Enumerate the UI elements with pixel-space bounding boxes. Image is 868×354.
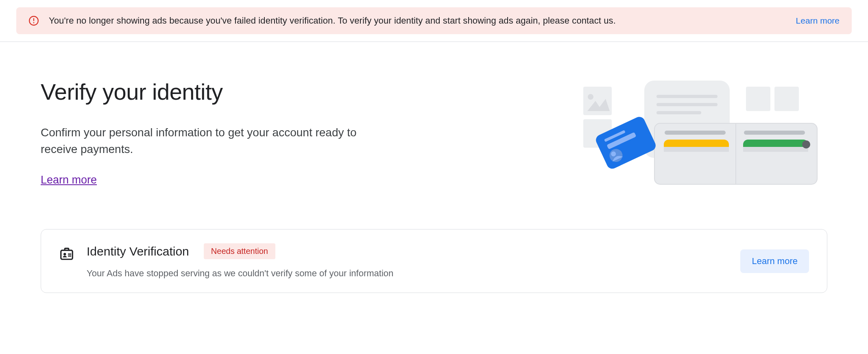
card-title-row: Identity Verification Needs attention — [87, 243, 740, 259]
svg-rect-1 — [33, 18, 34, 22]
page-description: Confirm your personal information to get… — [41, 125, 358, 157]
page-title: Verify your identity — [41, 79, 358, 105]
wallet-illustration — [575, 79, 827, 192]
svg-rect-12 — [774, 87, 799, 111]
svg-rect-27 — [61, 250, 73, 259]
svg-rect-11 — [746, 87, 770, 111]
hero-learn-more-link[interactable]: Learn more — [41, 174, 97, 186]
id-badge-icon — [59, 246, 74, 263]
status-badge: Needs attention — [204, 243, 275, 259]
identity-verification-card: Identity Verification Needs attention Yo… — [41, 229, 827, 293]
hero-text: Verify your identity Confirm your person… — [41, 79, 358, 186]
card-body: Identity Verification Needs attention Yo… — [87, 243, 740, 279]
svg-rect-8 — [656, 95, 718, 98]
main-content: Verify your identity Confirm your person… — [0, 42, 868, 309]
svg-rect-30 — [68, 256, 71, 257]
card-learn-more-button[interactable]: Learn more — [740, 249, 809, 273]
alert-icon — [28, 15, 39, 26]
svg-rect-10 — [656, 111, 701, 114]
svg-point-21 — [802, 140, 810, 149]
svg-rect-17 — [664, 147, 729, 152]
hero-section: Verify your identity Confirm your person… — [41, 79, 827, 192]
card-title: Identity Verification — [87, 245, 189, 258]
svg-rect-29 — [68, 253, 71, 255]
svg-rect-20 — [743, 147, 808, 152]
svg-point-28 — [63, 253, 66, 255]
alert-learn-more-link[interactable]: Learn more — [796, 16, 840, 26]
alert-message: You're no longer showing ads because you… — [49, 15, 780, 26]
svg-rect-9 — [656, 103, 718, 106]
svg-point-2 — [33, 22, 35, 23]
svg-rect-18 — [744, 131, 805, 135]
svg-rect-15 — [665, 131, 726, 135]
alert-banner: You're no longer showing ads because you… — [16, 7, 852, 34]
svg-point-6 — [588, 94, 593, 100]
card-description: Your Ads have stopped serving as we coul… — [87, 268, 740, 279]
